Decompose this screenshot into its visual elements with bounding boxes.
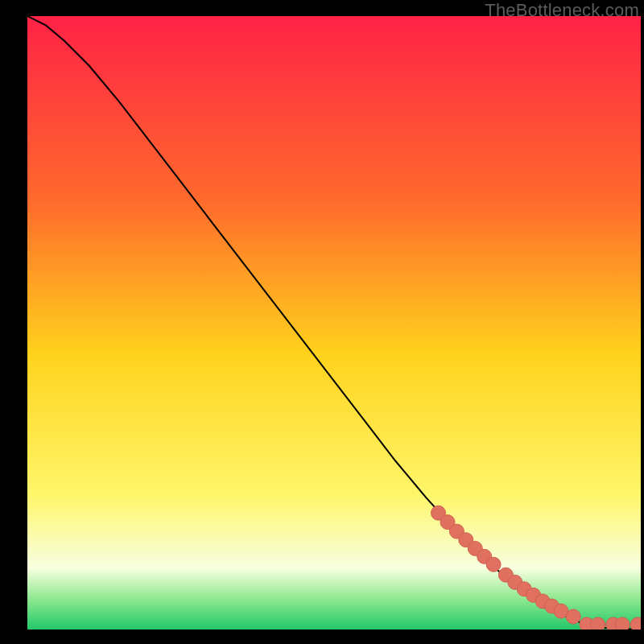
data-marker [566, 609, 580, 624]
gradient-background [27, 16, 641, 630]
chart-svg [27, 16, 641, 630]
chart-frame: TheBottleneck.com [0, 0, 644, 644]
data-marker [486, 557, 501, 572]
watermark-label: TheBottleneck.com [485, 0, 639, 21]
data-marker [591, 617, 605, 630]
plot-area [27, 16, 641, 630]
data-marker [615, 617, 630, 630]
